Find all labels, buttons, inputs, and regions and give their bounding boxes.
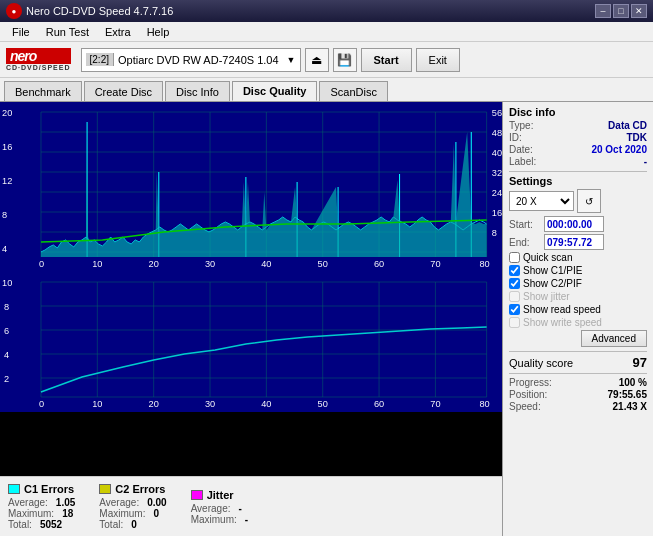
svg-text:12: 12 [2, 176, 12, 186]
svg-text:60: 60 [374, 399, 384, 409]
c2-title: C2 Errors [115, 483, 165, 495]
svg-text:8: 8 [2, 210, 7, 220]
c2-avg-label: Average: [99, 497, 139, 508]
drive-select-container: [2:2] Optiarc DVD RW AD-7240S 1.04 ▼ [81, 48, 301, 72]
speed-select[interactable]: 20 X Maximum 4 X 8 X 16 X 24 X 32 X 40 X… [509, 191, 574, 211]
svg-text:30: 30 [205, 399, 215, 409]
svg-text:0: 0 [39, 399, 44, 409]
chart-c2: 10 8 6 4 2 0 10 20 30 40 50 60 70 80 [0, 272, 502, 412]
svg-text:16: 16 [492, 208, 502, 218]
jitter-avg-label: Average: [191, 503, 231, 514]
svg-text:70: 70 [430, 399, 440, 409]
svg-text:8: 8 [4, 302, 9, 312]
c2-max-label: Maximum: [99, 508, 145, 519]
c1-max-label: Maximum: [8, 508, 54, 519]
exit-button[interactable]: Exit [416, 48, 460, 72]
show-read-speed-label: Show read speed [523, 304, 601, 315]
c2-max-val: 0 [153, 508, 159, 519]
svg-text:20: 20 [149, 259, 159, 269]
speed-label: Speed: [509, 401, 541, 412]
legend-c2: C2 Errors Average: 0.00 Maximum: 0 Total… [99, 483, 166, 530]
menu-extra[interactable]: Extra [97, 24, 139, 40]
save-button[interactable]: 💾 [333, 48, 357, 72]
svg-text:60: 60 [374, 259, 384, 269]
svg-text:20: 20 [149, 399, 159, 409]
disc-type-val: Data CD [608, 120, 647, 131]
disc-date-val: 20 Oct 2020 [591, 144, 647, 155]
show-write-speed-checkbox[interactable] [509, 317, 520, 328]
show-jitter-label: Show jitter [523, 291, 570, 302]
chart-c1: 56 48 40 32 24 16 8 20 16 12 8 4 0 10 [0, 102, 502, 272]
title-bar-buttons: – □ ✕ [595, 4, 647, 18]
c1-avg-label: Average: [8, 497, 48, 508]
charts-container: 56 48 40 32 24 16 8 20 16 12 8 4 0 10 [0, 102, 502, 476]
tab-disc-info[interactable]: Disc Info [165, 81, 230, 101]
tab-disc-quality[interactable]: Disc Quality [232, 81, 318, 101]
drive-dropdown-arrow[interactable]: ▼ [287, 55, 296, 65]
quality-score-label: Quality score [509, 357, 573, 369]
maximize-button[interactable]: □ [613, 4, 629, 18]
svg-text:30: 30 [205, 259, 215, 269]
tab-scan-disc[interactable]: ScanDisc [319, 81, 387, 101]
quick-scan-label: Quick scan [523, 252, 572, 263]
disc-info-title: Disc info [509, 106, 647, 118]
position-label: Position: [509, 389, 547, 400]
tab-benchmark[interactable]: Benchmark [4, 81, 82, 101]
menu-help[interactable]: Help [139, 24, 178, 40]
disc-info-section: Disc info Type: Data CD ID: TDK Date: 20… [509, 106, 647, 167]
menu-file[interactable]: File [4, 24, 38, 40]
start-label: Start: [509, 219, 541, 230]
main-content: 56 48 40 32 24 16 8 20 16 12 8 4 0 10 [0, 102, 653, 536]
svg-text:40: 40 [492, 148, 502, 158]
tab-bar: Benchmark Create Disc Disc Info Disc Qua… [0, 78, 653, 102]
quick-scan-checkbox[interactable] [509, 252, 520, 263]
c2-avg-val: 0.00 [147, 497, 166, 508]
show-jitter-checkbox[interactable] [509, 291, 520, 302]
svg-text:50: 50 [318, 259, 328, 269]
menu-run-test[interactable]: Run Test [38, 24, 97, 40]
disc-id-val: TDK [626, 132, 647, 143]
c2-color [99, 484, 111, 494]
svg-text:8: 8 [492, 228, 497, 238]
svg-text:4: 4 [4, 350, 9, 360]
start-time-input[interactable] [544, 216, 604, 232]
right-panel: Disc info Type: Data CD ID: TDK Date: 20… [503, 102, 653, 536]
svg-text:80: 80 [479, 259, 489, 269]
svg-text:70: 70 [430, 259, 440, 269]
disc-id-key: ID: [509, 132, 522, 143]
svg-text:10: 10 [2, 278, 12, 288]
svg-text:24: 24 [492, 188, 502, 198]
chart-area: 56 48 40 32 24 16 8 20 16 12 8 4 0 10 [0, 102, 503, 536]
position-val: 79:55.65 [608, 389, 647, 400]
progress-label: Progress: [509, 377, 552, 388]
end-time-input[interactable] [544, 234, 604, 250]
c1-avg-val: 1.05 [56, 497, 75, 508]
drive-label: [2:2] [86, 53, 114, 66]
divider-2 [509, 351, 647, 352]
jitter-max-val: - [245, 514, 248, 525]
app-icon: ● [6, 3, 22, 19]
minimize-button[interactable]: – [595, 4, 611, 18]
jitter-color [191, 490, 203, 500]
eject-button[interactable]: ⏏ [305, 48, 329, 72]
svg-text:80: 80 [479, 399, 489, 409]
speed-refresh-button[interactable]: ↺ [577, 189, 601, 213]
progress-val: 100 % [619, 377, 647, 388]
tab-create-disc[interactable]: Create Disc [84, 81, 163, 101]
svg-text:10: 10 [92, 399, 102, 409]
advanced-button[interactable]: Advanced [581, 330, 647, 347]
divider-1 [509, 171, 647, 172]
show-read-speed-checkbox[interactable] [509, 304, 520, 315]
chart2-svg: 10 8 6 4 2 0 10 20 30 40 50 60 70 80 [0, 272, 502, 412]
svg-text:0: 0 [39, 259, 44, 269]
show-c2-label: Show C2/PIF [523, 278, 582, 289]
close-button[interactable]: ✕ [631, 4, 647, 18]
divider-3 [509, 373, 647, 374]
show-c2-checkbox[interactable] [509, 278, 520, 289]
disc-type-key: Type: [509, 120, 533, 131]
start-button[interactable]: Start [361, 48, 412, 72]
svg-text:10: 10 [92, 259, 102, 269]
settings-section: Settings 20 X Maximum 4 X 8 X 16 X 24 X … [509, 175, 647, 347]
show-c1-checkbox[interactable] [509, 265, 520, 276]
svg-text:56: 56 [492, 108, 502, 118]
